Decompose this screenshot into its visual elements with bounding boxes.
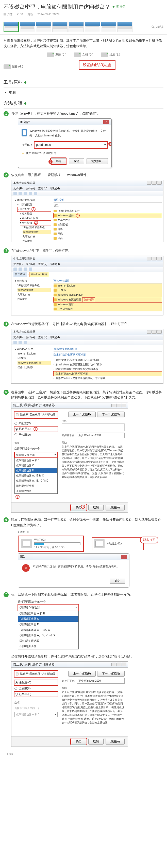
anno-2: 2 [49, 160, 53, 164]
step-number: 7 [4, 592, 9, 597]
end-marker: END [4, 747, 163, 767]
thumb-4[interactable] [52, 22, 67, 32]
speaker-icon [112, 5, 116, 9]
drive-icon [47, 53, 54, 57]
speaker-icon[interactable] [24, 81, 28, 85]
cancel-button[interactable]: 取消 [88, 739, 104, 745]
step-text: 现在，回到我的电脑。双击打开磁盘D，这时会弹出一个提示，无法打开访问磁盘D。别人… [11, 517, 163, 528]
tree-pane[interactable]: ▸ 本地计算机 策略 ▸ 计算机配置 ▾ 用户配置 1 ▸ 软件设置 ▸ Win… [11, 196, 52, 242]
ok-button[interactable]: 确定 [51, 158, 66, 164]
prev-button[interactable]: 上一个设置(P) [68, 411, 96, 417]
ok-button[interactable]: 确定 [110, 578, 125, 584]
error-dialog: 限制× ✕ 本次操作由于这台计算机的限制而被取消。请与你的系统管理员联系。 确定 [18, 553, 130, 588]
cancel-button[interactable]: 取消 [69, 158, 84, 164]
step-text: 在界面中，选择"已启用"，然后在下面选择你要限制的驱动器。某个驱动器对应着某个磁… [11, 390, 163, 400]
thumb-7[interactable] [101, 22, 116, 32]
step-number: 1 [4, 111, 9, 116]
gpedit-window: 本地组策略编辑器 文件(F)操作(A)查看(V)帮助(H) 管理模板›Windo… [11, 256, 163, 315]
bar-icon [4, 13, 6, 16]
radio-group[interactable]: 未配置(C) 已启用(E)1 已禁用(D) [15, 421, 58, 437]
thumb-8[interactable] [117, 22, 133, 32]
drive-icon [4, 64, 11, 69]
error-icon: ✕ [22, 564, 30, 572]
prev-button[interactable]: 上一个设置(P) [68, 671, 96, 677]
tree-pane[interactable]: ▾ 管理模板 "开始"菜单和任务栏 Windows 组件 共享文件夹 控制面板 [11, 277, 52, 315]
next-button[interactable]: 下一个设置(N) [97, 671, 124, 677]
restrict-select[interactable]: 仅限制 D 驱动器▾ 仅限制驱动器 A 和 B 仅限制驱动器 C 仅限制驱动器 … [18, 604, 79, 649]
thumb-1[interactable] [4, 22, 19, 32]
max-icon[interactable] [152, 181, 157, 185]
step-text: 依次点击：用户配置——管理模板——windows组件。 [11, 173, 163, 178]
thumb-6[interactable] [85, 22, 100, 32]
split-read-link[interactable]: 分步阅读 [151, 25, 163, 29]
menubar[interactable]: 文件(F)操作(A)查看(V)帮助(H) [11, 186, 163, 191]
section-steps: 方法/步骤 [4, 100, 163, 108]
intro-paragraph: 对磁盘加密很麻烦，加密过程还很费时间。其实不用加密也可以阻止别人进入你的磁盘对你… [4, 38, 163, 49]
right-pane[interactable]: Windows 组件 Internet Explorer RSS 源 Windo… [52, 277, 163, 315]
extra-text: 当你想打开或取消限制时，你可以选择"未配置"或"已禁用"，点击"确定"就可以解除… [11, 654, 163, 659]
page-title: 不设磁盘密码，电脑如何限制用户访问磁盘？ [4, 3, 110, 11]
step-text: 在"windows资源管理器"下，寻找【防止从"我的电脑"访问驱动器】，双击打开… [11, 321, 163, 327]
restrict-dropdown[interactable]: 仅限制驱动器 A 和 B 仅限制驱动器 C 仅限制驱动器 D 仅限制驱动器 A、… [15, 458, 58, 494]
shield-icon: 🛡 [22, 151, 24, 155]
speaker-icon[interactable] [24, 101, 28, 105]
run-description: Windows 将根据您所输入的名称，为您打开相应的程序、文件夹、文档或 Int… [29, 129, 108, 138]
audio-label: 听语音 [116, 4, 126, 9]
hdd-icon [94, 539, 105, 548]
min-icon[interactable] [147, 181, 151, 185]
drive-c[interactable]: WIN7 (C:) 14.2 GB 可用，共 50.0 GB [18, 535, 84, 552]
shield-text: 使用管理权限创建此任务。 [26, 151, 59, 155]
policy-description: 防止用户使用"我的电脑"访问所选驱动器的内容。 如果启用此设置，用户可以浏览"我… [62, 445, 124, 488]
run-dialog: ▣ 运行× Windows 将根据您所输入的名称，为您打开相应的程序、文件夹、文… [18, 118, 112, 168]
apply-button[interactable]: 应用(A) [106, 505, 124, 510]
gpedit-window: 本地组策略编辑器 文件(F)操作(A)查看(V)帮助(H) ▸ 本地计算机 策略… [11, 180, 163, 242]
policy-dialog: 防止从"我的电脑"访问驱动器 📋防止从"我的电脑"访问驱动器 未配置(C) 已启… [11, 402, 128, 513]
right-pane[interactable]: Windows 资源管理器 防止从"我的电脑"访问驱动器 ▫删除"文件夹选项"菜… [52, 345, 163, 383]
step-number: 4 [4, 321, 9, 327]
drives-illustration: 系统 (C:) 文档 (D:) 娱乐 (E:) [4, 53, 163, 57]
cancel-button[interactable]: 取消 [88, 505, 104, 510]
ok-button[interactable]: 确定 [71, 739, 86, 745]
thumb-2[interactable] [20, 22, 35, 32]
step-number: 5 [4, 390, 9, 395]
restrict-select[interactable]: 仅限制 D 驱动器▾ [15, 452, 58, 458]
open-label: 打开(O): [22, 143, 32, 147]
close-icon[interactable] [157, 181, 162, 185]
step-number: 3 [4, 248, 9, 253]
apply-button[interactable]: 应用(A) [106, 739, 124, 745]
step-number: 2 [4, 173, 9, 178]
toolbar[interactable] [11, 191, 163, 196]
thumb-5[interactable] [68, 22, 84, 32]
run-title: ▣ 运行 [20, 120, 30, 125]
gpedit-window: 本地组策略编辑器 文件(F)操作(A)查看(V)帮助(H) ▾ Windows … [11, 329, 163, 384]
anno-1: 1 [108, 142, 112, 146]
step-text: 按键【win+R】，在文本框里输入"gpedit.msc"，点击"确定"。 [11, 111, 163, 116]
policy-dialog-2: 防止从"我的电脑"访问驱动器 📋防止从"我的电脑"访问驱动器 未配置(C) 已启… [11, 661, 128, 747]
browse-button[interactable]: 浏览(B)... [87, 158, 108, 164]
step-text: 在"windows组件"下，找到""，点击打开。 [11, 248, 163, 254]
step-number: 6 [4, 517, 9, 522]
thumbnail-strip: 分步阅读 [0, 20, 167, 35]
annotation-label: 双击打开 [140, 536, 158, 544]
step-text: 你可以试试一下限制其他驱动器来试试，或者都限制。原理和过程步骤都是一样的。 [11, 592, 163, 597]
callout-box: 设置禁止访问磁盘 [79, 60, 115, 70]
section-tools: 工具/原料 [4, 79, 163, 88]
tool-item: 电脑 [9, 90, 163, 95]
policy-title: 📋防止从"我的电脑"访问驱动器 [15, 411, 58, 418]
audio-link[interactable]: 听语音 [112, 4, 126, 9]
drive-icon [101, 53, 108, 57]
error-message: 本次操作由于这台计算机的限制而被取消。请与你的系统管理员联系。 [33, 564, 119, 569]
updated-meta: 更新：2014-03-11 20:29 [27, 12, 59, 17]
next-button[interactable]: 下一个设置(N) [97, 411, 124, 417]
hdd-icon [21, 539, 32, 548]
close-icon[interactable]: × [121, 555, 127, 559]
close-icon[interactable]: × [103, 120, 109, 124]
run-icon [22, 129, 27, 136]
right-pane[interactable]: 管理模板 设置 "开始"菜单和任务栏 Windows 组件3 共享文件夹 控制面… [52, 196, 163, 242]
thumb-3[interactable] [36, 22, 51, 32]
views-meta: 浏览：2100 [4, 12, 23, 17]
run-input[interactable]: gpedit.msc▾ [34, 141, 108, 149]
drive-icon [74, 53, 81, 57]
tree-pane[interactable]: ▾ Windows 组件 Internet Explorer RSS 源 Win… [11, 345, 52, 383]
